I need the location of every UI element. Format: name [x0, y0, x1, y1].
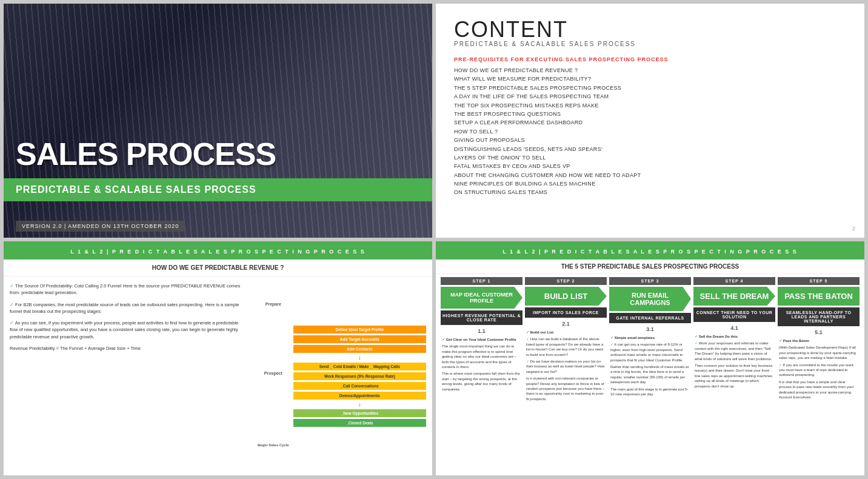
funnel-box-9: _Closed Deals [293, 419, 426, 427]
slide2-page-number: 2 [852, 226, 855, 232]
funnel-box-8: _New Opportunities [293, 409, 426, 417]
step1-sub: HIGHEST REVENUE POTENTIAL & CLOSE RATE [441, 310, 522, 325]
step2-main: BUILD LIST [525, 287, 607, 306]
step3-main: RUN EMAIL CAMPAIGNS [609, 287, 691, 311]
funnel-stage-begin: Begin Sales Cycle [256, 421, 290, 469]
slide2-subtitle: PREDICTABLE & SACALABLE SALES PROCESS [454, 41, 846, 47]
slide3-point-2: For B2B companies, the most predictable … [10, 301, 247, 315]
slide-2: CONTENT PREDICTABLE & SACALABLE SALES PR… [436, 4, 864, 238]
slide3-point-3: As you can see, if you experiment with y… [10, 320, 247, 340]
slide1-version: VERSION 2.0 | AMENDED ON 13TH OCTOBER 20… [16, 221, 185, 232]
step-col-5: STEP 5 PASS THE BATON SEAMLESSLY HAND-OF… [778, 277, 860, 472]
slide2-section-label: PRE-REQUISITES FOR EXECUTING SALES PROSP… [454, 56, 846, 62]
funnel-boxes: Define Ideal Target Profile Add Target A… [293, 283, 426, 469]
step3-num: 3.1 [609, 325, 691, 333]
step3-sub: GATE INTERNAL REFERRALS [609, 313, 691, 323]
funnel-box-2: Add Target Accounts [293, 335, 426, 343]
slide2-item-1: HOW DO WE GET PREDICTABLE REVENUE ? [454, 66, 846, 75]
step2-label: STEP 2 [525, 277, 607, 285]
step2-desc: Build our List How can we build a databa… [525, 330, 607, 403]
step4-main: SELL THE DREAM [693, 287, 775, 306]
step-col-1: STEP 1 MAP IDEAL CUSTOMER PROFILE HIGHES… [441, 277, 522, 472]
step5-main: PASS THE BATON [778, 287, 860, 306]
step-col-3: STEP 3 RUN EMAIL CAMPAIGNS GATE INTERNAL… [609, 277, 691, 472]
step2-sub: IMPORT INTO SALES FORCE [525, 307, 607, 318]
steps-container: STEP 1 MAP IDEAL CUSTOMER PROFILE HIGHES… [436, 274, 864, 475]
funnel-stages: Prepare Prospect Begin Sales Cycle [256, 283, 290, 469]
slide1-content: SALES PROCESS PREDICTABLE & SCALABLE SAL… [4, 4, 432, 238]
slide4-header: L 1 & L 2 | P R E D I C T A B L E S A L … [436, 241, 864, 260]
slide2-item-6: THE BEST PROSPECTING QUESTIONS [454, 110, 846, 118]
slide2-item-3: THE 5 STEP PREDICTABLE SALES PROSPECTING… [454, 84, 846, 92]
slide2-item-15: ON STRUCTURING SALES TEAMS [454, 188, 846, 196]
slide2-title: CONTENT [454, 19, 846, 41]
step2-num: 2.1 [525, 320, 607, 328]
step4-label: STEP 4 [693, 277, 775, 285]
slide2-item-12: FATAL MISTAKES BY CEOs AND SALES VP [454, 162, 846, 170]
step-col-2: STEP 2 BUILD LIST IMPORT INTO SALES FORC… [525, 277, 607, 472]
slide2-items-list: HOW DO WE GET PREDICTABLE REVENUE ? WHAT… [454, 66, 846, 197]
slide3-header: L 1 & L 2 | P R E D I C T A B L E S A L … [4, 241, 432, 260]
slide2-item-11: LAYERS OF THE ONION' TO SELL [454, 153, 846, 162]
slide2-item-9: GIVING OUT PROPOSALS [454, 136, 846, 144]
slide-1: SALES PROCESS PREDICTABLE & SCALABLE SAL… [4, 4, 432, 238]
slide4-header-text: L 1 & L 2 | P R E D I C T A B L E S A L … [502, 249, 797, 255]
funnel-chart: Prepare Prospect Begin Sales Cycle Defin… [256, 283, 426, 469]
slide2-item-14: NINE PRINCIPLES OF BUILDING A SALES MACH… [454, 179, 846, 188]
step-col-4: STEP 4 SELL THE DREAM CONNECT THEIR NEED… [693, 277, 775, 472]
slide-3: L 1 & L 2 | P R E D I C T A B L E S A L … [4, 241, 432, 475]
step1-num: 1.1 [441, 327, 522, 335]
slide2-item-4: A DAY IN THE LIFE OF THE SALES PROSPECTI… [454, 92, 846, 101]
step4-num: 4.1 [693, 324, 775, 332]
slide4-subtitle: THE 5 STEP PREDICTABLE SALES PROSPECTING… [436, 260, 864, 274]
step1-desc: Get Clear on Your Ideal Customer Profile… [441, 337, 522, 394]
funnel-box-6: _Call Conversations [293, 382, 426, 390]
funnel-arrow-1: ↓ [293, 355, 426, 361]
slide1-title: SALES PROCESS [4, 124, 432, 178]
step3-desc: Simple email templates It can get you a … [609, 335, 691, 398]
funnel-box-7: Demos/Appointments [293, 392, 426, 400]
slide3-diagram: Prepare Prospect Begin Sales Cycle Defin… [256, 283, 426, 469]
step5-sub: SEAMLESSLY HAND-OFF TO LEADS AND PARTNER… [778, 307, 860, 326]
slide1-subtitle: PREDICTABLE & SCALABLE SALES PROCESS [16, 184, 420, 195]
slide2-item-7: SETUP A CLEAR PERFORMANCE DASHBOARD [454, 118, 846, 127]
step4-sub: CONNECT THEIR NEED TO YOUR SOLUTION [693, 307, 775, 322]
slide2-item-8: HOW TO SELL ? [454, 127, 846, 136]
slide2-item-13: ABOUT THE CHANGING CUSTOMER AND HOW WE N… [454, 171, 846, 179]
funnel-stage-prospect: Prospect [263, 327, 284, 419]
slide3-body: The Source Of Predictability: Cold Calli… [4, 276, 432, 475]
funnel-arrow-2: ↓ [293, 401, 426, 407]
slide2-item-5: THE TOP SIX PROSPECTING MISTAKES REPS MA… [454, 101, 846, 110]
slide3-text: The Source Of Predictability: Cold Calli… [10, 283, 247, 469]
step3-label: STEP 3 [609, 277, 691, 285]
funnel-box-4: Send _ Cold Emails / Make _ Mapping Call… [293, 363, 426, 370]
step4-desc: Sell the Dream Do this: Work your respon… [693, 334, 775, 390]
funnel-box-3: Add Contacts [293, 345, 426, 353]
slide-4: L 1 & L 2 | P R E D I C T A B L E S A L … [436, 241, 864, 475]
slide3-point-1: The Source Of Predictability: Cold Calli… [10, 283, 247, 296]
step5-num: 5.1 [778, 328, 860, 337]
step5-label: STEP 5 [778, 277, 860, 285]
step5-desc: Pass the Baton (With Dedicated Sales Dev… [778, 338, 860, 401]
slide3-subtitle: HOW DO WE GET PREDICTABLE REVENUE ? [4, 260, 432, 276]
funnel-box-5: Work Responses (9% Response Rate) [293, 372, 426, 380]
slide3-formula: Revenue Predictability = The Funnel + Av… [10, 345, 247, 352]
slide1-subtitle-bar: PREDICTABLE & SCALABLE SALES PROCESS [4, 178, 432, 201]
slide3-header-text: L 1 & L 2 | P R E D I C T A B L E S A L … [70, 249, 365, 255]
step1-main: MAP IDEAL CUSTOMER PROFILE [441, 287, 522, 309]
funnel-stage-prepare: Prepare [264, 283, 282, 325]
step1-label: STEP 1 [441, 277, 522, 285]
slide2-item-10: DISTINGUISHING LEADS 'SEEDS, NETS AND SP… [454, 145, 846, 153]
funnel-box-1: Define Ideal Target Profile [293, 326, 426, 333]
slide2-item-2: WHAT WILL WE MEASURE FOR PREDICTABILITY? [454, 75, 846, 83]
